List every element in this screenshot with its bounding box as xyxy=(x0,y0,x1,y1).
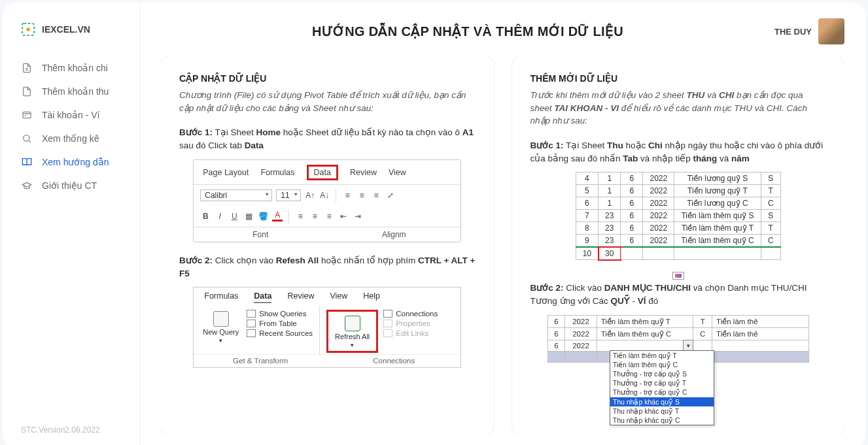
group-font-label: Font xyxy=(194,227,327,242)
tab-page-layout[interactable]: Page Layout xyxy=(203,168,249,177)
table-cell: Tiền lương quỹ C xyxy=(674,197,761,210)
tab2-help[interactable]: Help xyxy=(363,291,380,303)
table-row: 92362022Tiền làm thêm quỹ CC xyxy=(576,235,780,248)
properties-button[interactable]: Properties xyxy=(383,320,438,327)
table-row: 62022Tiền làm thêm quỹ TTTiền làm thê xyxy=(547,315,808,327)
table-cell: 6 xyxy=(621,185,643,197)
table-cell: 1 xyxy=(599,185,621,197)
from-table-button[interactable]: From Table xyxy=(247,320,313,327)
tab2-data[interactable]: Data xyxy=(254,291,271,303)
table-cell: 2022 xyxy=(643,210,674,222)
dropdown-option[interactable]: Thu nhập khác quỹ T xyxy=(610,406,714,416)
align-right-icon[interactable]: ≡ xyxy=(324,211,334,222)
category-dropdown-list[interactable]: Tiền làm thêm quỹ TTiền làm thêm quỹ CTh… xyxy=(610,350,714,425)
decrease-font-icon[interactable]: A↓ xyxy=(319,190,330,201)
table-cell: 2022 xyxy=(643,197,674,210)
nav: Thêm khoản chi Thêm khoản thu Tài khoản … xyxy=(3,56,139,425)
dropdown-option[interactable]: Thưởng - trợ cấp quỹ T xyxy=(610,378,714,387)
table-cell: Tiền làm thêm quỹ T xyxy=(597,315,693,327)
table-cell: 5 xyxy=(576,185,598,197)
ribbon2-tabs: Formulas Data Review View Help xyxy=(194,288,460,306)
file-icon xyxy=(21,62,33,74)
fill-color-icon[interactable]: 🪣 xyxy=(258,211,268,222)
font-name-dropdown[interactable]: Calibri xyxy=(200,190,272,201)
table-cell: 23 xyxy=(599,222,621,235)
tab2-review[interactable]: Review xyxy=(287,291,314,303)
indent-inc-icon[interactable]: ⇥ xyxy=(353,211,363,222)
nav-stats[interactable]: Xem thống kê xyxy=(3,127,139,150)
table-icon xyxy=(247,320,256,327)
indent-dec-icon[interactable]: ⇤ xyxy=(338,211,349,222)
table-cell: 1 xyxy=(599,173,621,185)
nav-add-expense[interactable]: Thêm khoản chi xyxy=(3,56,139,80)
brand-text: IEXCEL.VN xyxy=(42,24,90,35)
font-color-icon[interactable]: A xyxy=(272,211,283,222)
group-connections-label: Connections xyxy=(327,354,460,367)
table-cell: 9 xyxy=(576,235,598,248)
connections-button[interactable]: Connections xyxy=(383,310,438,318)
border-icon[interactable]: ▦ xyxy=(243,211,254,222)
orientation-icon[interactable]: ⤢ xyxy=(385,190,396,201)
table-cell xyxy=(621,247,643,260)
table-cell: 6 xyxy=(621,235,643,248)
table-cell: 6 xyxy=(547,340,565,351)
font-size-dropdown[interactable]: 11 xyxy=(276,190,301,201)
increase-font-icon[interactable]: A↑ xyxy=(305,190,315,201)
tab2-formulas[interactable]: Formulas xyxy=(204,291,238,303)
underline-icon[interactable]: U xyxy=(229,211,239,222)
dropdown-option[interactable]: Tiền làm thêm quỹ T xyxy=(610,351,714,360)
dropdown-option[interactable]: Thu nhập khác quỹ S xyxy=(610,397,714,406)
nav-label: Thêm khoản thu xyxy=(42,86,109,97)
version-text: STC.Version2.06.2022 xyxy=(3,425,139,435)
table-cell: 1 xyxy=(599,197,621,210)
align-top-icon[interactable]: ≡ xyxy=(342,190,353,201)
table-cell: 6 xyxy=(621,222,643,235)
edit-links-button[interactable]: Edit Links xyxy=(383,329,438,337)
tab2-view[interactable]: View xyxy=(330,291,347,303)
align-center-icon[interactable]: ≡ xyxy=(309,211,320,222)
nav-add-income[interactable]: Thêm khoản thu xyxy=(3,80,139,103)
table-row: 62022▾ xyxy=(547,340,808,351)
fill-handle-icon xyxy=(672,272,684,280)
dropdown-option[interactable]: Thưởng - trợ cấp quỹ C xyxy=(610,387,714,397)
refresh-all-button[interactable]: Refresh All ▾ xyxy=(326,310,378,353)
table-cell: 2022 xyxy=(565,327,597,340)
tab-data[interactable]: Data xyxy=(307,165,338,180)
tab-formulas[interactable]: Formulas xyxy=(260,168,294,177)
user-block[interactable]: THE DUY xyxy=(774,18,844,44)
nav-about[interactable]: Giới thiệu CT xyxy=(3,174,139,197)
user-name: THE DUY xyxy=(774,27,812,37)
align-left-icon[interactable]: ≡ xyxy=(295,211,305,222)
table-cell xyxy=(674,247,761,260)
table-cell: 2022 xyxy=(565,315,597,327)
italic-icon[interactable]: I xyxy=(215,211,225,222)
recent-sources-button[interactable]: Recent Sources xyxy=(247,329,313,337)
table-cell: Tiền lương quỹ T xyxy=(674,185,761,197)
table-cell: C xyxy=(761,197,780,210)
step-2: Bước 2: Click chọn vào Refesh All hoặc n… xyxy=(179,254,476,281)
svg-point-3 xyxy=(24,135,29,141)
bold-icon[interactable]: B xyxy=(200,211,211,222)
table-cell: 23 xyxy=(599,235,621,248)
table-row: 5162022Tiền lương quỹ TT xyxy=(576,185,780,197)
tab-view[interactable]: View xyxy=(389,168,406,177)
nav-label: Thêm khoản chi xyxy=(42,63,108,73)
table-cell: C xyxy=(761,235,780,248)
nav-guide[interactable]: Xem hướng dẫn xyxy=(3,150,139,174)
nav-label: Xem thống kê xyxy=(42,133,99,144)
dropdown-option[interactable]: Thu nhập khác quỹ C xyxy=(610,416,714,425)
queries-icon xyxy=(247,310,256,318)
align-mid-icon[interactable]: ≡ xyxy=(356,190,367,201)
align-bot-icon[interactable]: ≡ xyxy=(371,190,381,201)
dropdown-option[interactable]: Tiền làm thêm quỹ C xyxy=(610,360,714,369)
new-query-button[interactable]: New Query ▾ xyxy=(200,310,241,353)
show-queries-button[interactable]: Show Queries xyxy=(247,310,313,318)
graduation-icon xyxy=(21,180,33,191)
table-row: 1030 xyxy=(576,247,780,260)
table-row: 82362022Tiền làm thêm quỹ TT xyxy=(576,222,780,235)
ribbon-tabs: Page Layout Formulas Data Review View xyxy=(194,160,460,185)
dropdown-option[interactable]: Thưởng - trợ cấp quỹ S xyxy=(610,369,714,378)
table-cell xyxy=(761,247,780,260)
tab-review[interactable]: Review xyxy=(350,168,377,177)
nav-accounts[interactable]: Tài khoản - Ví xyxy=(3,103,139,127)
